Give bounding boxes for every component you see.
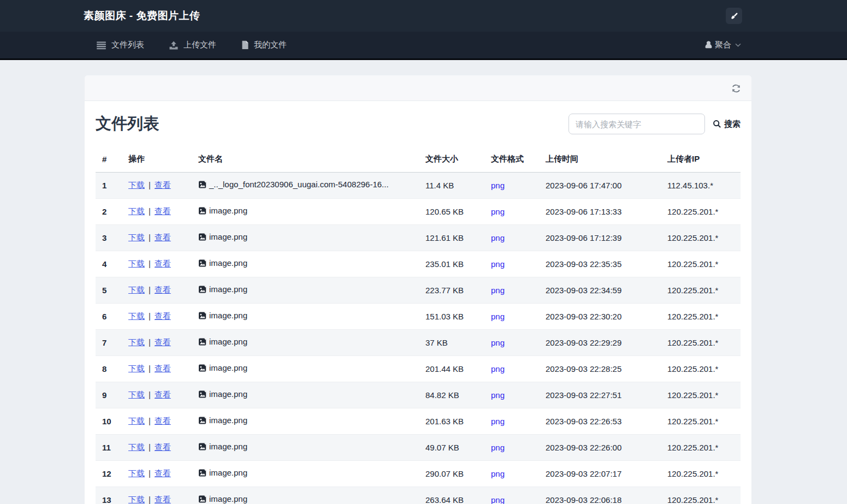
row-index: 10 <box>96 408 122 434</box>
view-link[interactable]: 查看 <box>155 495 171 504</box>
download-link[interactable]: 下载 <box>128 206 145 216</box>
download-link[interactable]: 下载 <box>128 364 145 373</box>
row-index: 8 <box>96 355 122 382</box>
format-link[interactable]: png <box>491 312 505 321</box>
view-link[interactable]: 查看 <box>155 233 171 242</box>
row-filename-cell: image.png <box>192 224 419 251</box>
row-filename-cell: image.png <box>192 355 419 382</box>
row-filename-cell: image.png <box>192 408 419 434</box>
format-link[interactable]: png <box>491 495 505 504</box>
row-actions: 下载|查看 <box>122 460 192 487</box>
format-link[interactable]: png <box>491 181 505 190</box>
download-link[interactable]: 下载 <box>128 233 145 242</box>
upload-time: 2023-09-06 17:47:00 <box>539 172 661 198</box>
download-link[interactable]: 下载 <box>128 469 145 478</box>
nav-item-my-files[interactable]: 我的文件 <box>241 40 287 50</box>
download-link[interactable]: 下载 <box>128 390 145 399</box>
nav-item-file-list[interactable]: 文件列表 <box>96 40 144 50</box>
format-link[interactable]: png <box>491 233 505 242</box>
file-name: _.._logo_font20230906_uugai.com-5408296-… <box>209 180 389 189</box>
file-size: 290.07 KB <box>419 460 484 487</box>
file-size: 37 KB <box>419 329 484 355</box>
page-title: 文件列表 <box>96 113 159 135</box>
user-label: 聚合 <box>715 40 731 50</box>
col-header-filesize: 文件大小 <box>419 147 484 172</box>
row-index: 12 <box>96 460 122 487</box>
format-link[interactable]: png <box>491 469 505 478</box>
search-input[interactable] <box>568 114 705 134</box>
action-separator: | <box>149 495 151 504</box>
view-link[interactable]: 查看 <box>155 416 171 425</box>
list-icon <box>96 41 106 50</box>
view-link[interactable]: 查看 <box>155 442 171 452</box>
format-link[interactable]: png <box>491 443 505 452</box>
image-file-icon <box>198 442 207 451</box>
row-index: 9 <box>96 382 122 408</box>
image-file-icon <box>198 364 207 372</box>
action-separator: | <box>149 206 151 216</box>
uploader-ip: 120.225.201.* <box>661 460 741 487</box>
row-filename-cell: image.png <box>192 277 419 303</box>
format-link[interactable]: png <box>491 417 505 426</box>
row-actions: 下载|查看 <box>122 277 192 303</box>
file-size: 201.63 KB <box>419 408 484 434</box>
format-link[interactable]: png <box>491 207 505 216</box>
row-actions: 下载|查看 <box>122 487 192 504</box>
image-file-icon <box>198 259 207 268</box>
view-link[interactable]: 查看 <box>155 206 171 216</box>
format-link[interactable]: png <box>491 338 505 347</box>
view-link[interactable]: 查看 <box>155 364 171 373</box>
view-link[interactable]: 查看 <box>155 285 171 294</box>
file-name: image.png <box>209 337 247 346</box>
row-index: 11 <box>96 434 122 460</box>
file-name: image.png <box>209 258 247 268</box>
penguin-icon <box>704 40 713 50</box>
file-name: image.png <box>209 416 247 425</box>
download-link[interactable]: 下载 <box>128 259 145 268</box>
file-name: image.png <box>209 389 247 399</box>
theme-toggle-button[interactable] <box>726 8 742 24</box>
table-body: 1 下载|查看 _.._logo_font20230906_uugai.com-… <box>96 172 741 504</box>
refresh-button[interactable] <box>730 82 743 95</box>
format-link[interactable]: png <box>491 364 505 373</box>
row-actions: 下载|查看 <box>122 329 192 355</box>
view-link[interactable]: 查看 <box>155 469 171 478</box>
action-separator: | <box>149 364 151 373</box>
file-name: image.png <box>209 232 247 241</box>
search-button[interactable]: 搜索 <box>713 119 741 129</box>
download-link[interactable]: 下载 <box>128 285 145 294</box>
download-link[interactable]: 下载 <box>128 311 145 321</box>
uploader-ip: 120.225.201.* <box>661 355 741 382</box>
action-separator: | <box>149 337 151 347</box>
nav-item-upload[interactable]: 上传文件 <box>169 40 216 50</box>
uploader-ip: 120.225.201.* <box>661 198 741 224</box>
col-header-index: # <box>96 147 122 172</box>
view-link[interactable]: 查看 <box>155 180 171 189</box>
download-link[interactable]: 下载 <box>128 180 145 189</box>
download-link[interactable]: 下载 <box>128 416 145 425</box>
col-header-format: 文件格式 <box>484 147 539 172</box>
format-link[interactable]: png <box>491 390 505 400</box>
file-size: 49.07 KB <box>419 434 484 460</box>
view-link[interactable]: 查看 <box>155 311 171 321</box>
download-link[interactable]: 下载 <box>128 495 145 504</box>
table-row: 9 下载|查看 image.png 84.82 KB png 2023-09-0… <box>96 382 741 408</box>
upload-time: 2023-09-06 17:12:39 <box>539 224 661 251</box>
table-row: 6 下载|查看 image.png 151.03 KB png 2023-09-… <box>96 303 741 329</box>
upload-time: 2023-09-03 22:30:20 <box>539 303 661 329</box>
row-index: 7 <box>96 329 122 355</box>
upload-icon <box>169 41 179 50</box>
download-link[interactable]: 下载 <box>128 442 145 452</box>
uploader-ip: 120.225.201.* <box>661 303 741 329</box>
view-link[interactable]: 查看 <box>155 259 171 268</box>
row-filename-cell: _.._logo_font20230906_uugai.com-5408296-… <box>192 172 419 198</box>
uploader-ip: 120.225.201.* <box>661 408 741 434</box>
view-link[interactable]: 查看 <box>155 337 171 347</box>
table-row: 12 下载|查看 image.png 290.07 KB png 2023-09… <box>96 460 741 487</box>
format-link[interactable]: png <box>491 286 505 295</box>
download-link[interactable]: 下载 <box>128 337 145 347</box>
user-dropdown[interactable]: 聚合 <box>704 32 741 58</box>
brush-icon <box>730 11 739 21</box>
format-link[interactable]: png <box>491 259 505 269</box>
view-link[interactable]: 查看 <box>155 390 171 399</box>
